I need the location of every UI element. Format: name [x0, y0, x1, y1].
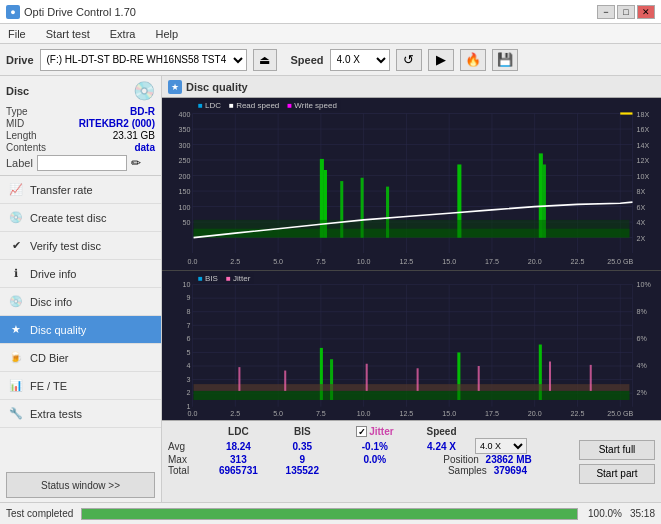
action-buttons: Start full Start part: [573, 421, 661, 502]
col-bis: BIS: [273, 425, 332, 438]
disc-label-row: Label ✏: [6, 155, 155, 171]
disc-mid-val: RITEKBR2 (000): [79, 118, 155, 129]
refresh-button[interactable]: ↺: [396, 49, 422, 71]
position-label: Position: [443, 454, 479, 465]
titlebar-controls: − □ ✕: [597, 5, 655, 19]
sidebar-item-disc-quality[interactable]: ★ Disc quality: [0, 316, 161, 344]
disc-type-label: Type: [6, 106, 28, 117]
speed-val-cell: 4.24 X: [408, 438, 475, 454]
disc-contents-label: Contents: [6, 142, 46, 153]
svg-text:2X: 2X: [637, 234, 646, 243]
svg-text:25.0 GB: 25.0 GB: [607, 408, 633, 417]
svg-text:9: 9: [187, 293, 191, 302]
menu-help[interactable]: Help: [151, 27, 182, 41]
disc-panel: Disc 💿 Type BD-R MID RITEKBR2 (000) Leng…: [0, 76, 161, 176]
start-button[interactable]: ▶: [428, 49, 454, 71]
speed-select[interactable]: 4.0 X: [330, 49, 390, 71]
progress-bar: [81, 508, 578, 520]
burn-button[interactable]: 🔥: [460, 49, 486, 71]
svg-text:4X: 4X: [637, 218, 646, 227]
label-edit-icon[interactable]: ✏: [131, 156, 141, 170]
eject-button[interactable]: ⏏: [253, 49, 277, 71]
menu-file[interactable]: File: [4, 27, 30, 41]
svg-text:6%: 6%: [637, 333, 648, 342]
disc-mid-label: MID: [6, 118, 24, 129]
svg-text:250: 250: [179, 156, 191, 165]
svg-text:10: 10: [183, 279, 191, 288]
svg-rect-119: [417, 368, 419, 391]
statusbar: Test completed 100.0% 35:18: [0, 502, 661, 524]
svg-text:6X: 6X: [637, 203, 646, 212]
jitter-checkbox[interactable]: ✓: [356, 426, 367, 437]
svg-text:5.0: 5.0: [273, 257, 283, 266]
svg-text:14X: 14X: [637, 141, 650, 150]
svg-text:5: 5: [187, 347, 191, 356]
svg-rect-59: [194, 220, 630, 238]
sidebar-item-drive-info[interactable]: ℹ Drive info: [0, 260, 161, 288]
svg-text:0.0: 0.0: [188, 257, 198, 266]
svg-rect-0: [162, 98, 661, 270]
svg-text:15.0: 15.0: [442, 408, 456, 417]
svg-text:150: 150: [179, 187, 191, 196]
status-text: Test completed: [6, 508, 73, 519]
jitter-label: Jitter: [369, 426, 393, 437]
svg-text:16X: 16X: [637, 125, 650, 134]
svg-text:0.0: 0.0: [188, 408, 198, 417]
svg-text:2.5: 2.5: [230, 408, 240, 417]
samples-val: 379694: [494, 465, 527, 476]
sidebar-item-transfer-rate[interactable]: 📈 Transfer rate: [0, 176, 161, 204]
svg-rect-120: [478, 366, 480, 391]
svg-text:3: 3: [187, 374, 191, 383]
svg-text:8X: 8X: [637, 187, 646, 196]
save-button[interactable]: 💾: [492, 49, 518, 71]
disc-label-input[interactable]: [37, 155, 127, 171]
svg-text:8: 8: [187, 306, 191, 315]
svg-text:300: 300: [179, 141, 191, 150]
svg-text:7: 7: [187, 320, 191, 329]
chart-area: ★ Disc quality ■ LDC ■ Read speed ■ Writ…: [162, 76, 661, 502]
sidebar-item-disc-info[interactable]: 💿 Disc info: [0, 288, 161, 316]
svg-text:17.5: 17.5: [485, 408, 499, 417]
sidebar-item-verify-test-disc[interactable]: ✔ Verify test disc: [0, 232, 161, 260]
svg-text:20.0: 20.0: [528, 257, 542, 266]
main-content: Disc 💿 Type BD-R MID RITEKBR2 (000) Leng…: [0, 76, 661, 502]
svg-text:2.5: 2.5: [230, 257, 240, 266]
svg-text:20.0: 20.0: [528, 408, 542, 417]
menu-extra[interactable]: Extra: [106, 27, 140, 41]
elapsed-time: 35:18: [630, 508, 655, 519]
drive-label: Drive: [6, 54, 34, 66]
maximize-button[interactable]: □: [617, 5, 635, 19]
sidebar-item-extra-tests[interactable]: 🔧 Extra tests: [0, 400, 161, 428]
close-button[interactable]: ✕: [637, 5, 655, 19]
drive-info-label: Drive info: [30, 268, 76, 280]
total-ldc: 6965731: [204, 465, 273, 476]
fe-te-icon: 📊: [8, 378, 24, 394]
svg-text:25.0 GB: 25.0 GB: [607, 257, 633, 266]
total-bis: 135522: [273, 465, 332, 476]
speed-select-stats[interactable]: 4.0 X: [475, 438, 527, 454]
avg-bis: 0.35: [273, 438, 332, 454]
titlebar: ● Opti Drive Control 1.70 − □ ✕: [0, 0, 661, 24]
disc-header: Disc 💿: [6, 80, 155, 102]
disc-contents-row: Contents data: [6, 142, 155, 153]
start-full-button[interactable]: Start full: [579, 440, 655, 460]
svg-text:50: 50: [183, 218, 191, 227]
menu-starttest[interactable]: Start test: [42, 27, 94, 41]
sidebar-item-create-test-disc[interactable]: 💿 Create test disc: [0, 204, 161, 232]
sidebar-item-fe-te[interactable]: 📊 FE / TE: [0, 372, 161, 400]
disc-section-label: Disc: [6, 85, 29, 97]
minimize-button[interactable]: −: [597, 5, 615, 19]
sidebar-item-cd-bier[interactable]: 🍺 CD Bier: [0, 344, 161, 372]
transfer-rate-icon: 📈: [8, 182, 24, 198]
disc-length-row: Length 23.31 GB: [6, 130, 155, 141]
disc-length-label: Length: [6, 130, 37, 141]
svg-text:350: 350: [179, 125, 191, 134]
drive-select[interactable]: (F:) HL-DT-ST BD-RE WH16NS58 TST4: [40, 49, 247, 71]
app-icon: ●: [6, 5, 20, 19]
max-ldc: 313: [204, 454, 273, 465]
svg-text:8%: 8%: [637, 306, 648, 315]
start-part-button[interactable]: Start part: [579, 464, 655, 484]
status-window-button[interactable]: Status window >>: [6, 472, 155, 498]
total-label: Total: [168, 465, 204, 476]
svg-text:100: 100: [179, 203, 191, 212]
